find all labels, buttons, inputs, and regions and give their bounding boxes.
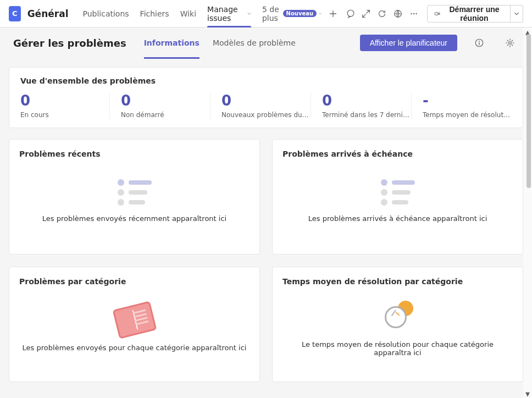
app-header: Gérer les problèmes Informations Modèles… [0, 27, 532, 58]
stat-value: 0 [20, 93, 109, 109]
scroll-down-arrow[interactable]: ▾ [523, 389, 532, 398]
stat-value: - [423, 93, 512, 109]
panel-title: Problèmes arrivés à échéance [282, 150, 513, 158]
svg-point-7 [479, 41, 480, 42]
svg-point-8 [509, 42, 512, 45]
empty-illustration [381, 179, 415, 206]
tab-publications[interactable]: Publications [77, 0, 134, 27]
chevron-down-icon [514, 11, 519, 16]
stat-not-started: 0 Non démarré [109, 93, 210, 119]
panel-title: Problèmes par catégorie [19, 277, 250, 286]
stat-value: 0 [221, 93, 311, 109]
clock-illustration [383, 301, 413, 331]
new-badge: Nouveau [283, 10, 317, 17]
panel-title: Problèmes récents [19, 150, 250, 158]
start-meeting-button[interactable]: Démarrer une réunion [427, 5, 511, 23]
tab-informations[interactable]: Informations [144, 27, 199, 58]
start-meeting-label: Démarrer une réunion [445, 5, 504, 23]
panel-title: Temps moyen de résolution par catégorie [282, 277, 513, 286]
overview-title: Vue d'ensemble des problèmes [20, 76, 512, 85]
stat-in-progress: 0 En cours [20, 93, 109, 119]
tab-more[interactable]: 5 de plus Nouveau [257, 0, 327, 27]
panel-due-issues: Problèmes arrivés à échéance Les problèm… [272, 139, 523, 255]
stat-label: Non démarré [121, 111, 209, 119]
empty-message: Le temps moyen de résolution pour chaque… [282, 340, 513, 357]
svg-point-0 [347, 10, 354, 16]
refresh-button[interactable] [375, 5, 389, 23]
more-options-button[interactable] [407, 5, 420, 23]
chat-icon [346, 9, 356, 19]
channel-tabs: Publications Fichiers Wiki Manage issues… [77, 0, 339, 27]
book-illustration [112, 301, 157, 339]
stat-avg-resolution: - Temps moyen de résolution [411, 93, 512, 119]
info-icon [474, 38, 484, 48]
empty-message: Les problèmes envoyés pour chaque catégo… [23, 344, 247, 352]
tab-manage-issues[interactable]: Manage issues [202, 0, 257, 27]
stats-row: 0 En cours 0 Non démarré 0 Nouveaux prob… [20, 93, 512, 119]
top-bar: C Général Publications Fichiers Wiki Man… [0, 0, 532, 27]
chevron-down-icon [247, 11, 251, 16]
meet-button-group: Démarrer une réunion [427, 5, 523, 23]
meeting-dropdown-button[interactable] [511, 5, 523, 23]
chevron-down-icon [319, 11, 322, 16]
more-icon [409, 9, 419, 19]
gear-icon [505, 38, 515, 48]
stat-completed-7d: 0 Terminé dans les 7 dernier… [311, 93, 411, 119]
svg-rect-5 [435, 12, 438, 15]
svg-point-3 [413, 13, 414, 14]
info-button[interactable] [470, 34, 488, 52]
plus-icon [328, 9, 338, 19]
globe-icon [393, 9, 403, 19]
conversation-button[interactable] [343, 5, 357, 23]
stat-value: 0 [121, 93, 210, 109]
panels-grid: Problèmes récents Les problèmes envoyés … [9, 139, 523, 382]
stat-label: Nouveaux problèmes du jo… [221, 111, 309, 119]
scroll-thumb[interactable] [527, 34, 531, 188]
svg-point-2 [411, 13, 412, 14]
overview-card: Vue d'ensemble des problèmes 0 En cours … [9, 67, 523, 128]
website-button[interactable] [391, 5, 404, 23]
empty-message: Les problèmes arrivés à échéance apparaî… [308, 214, 487, 223]
content-scroll[interactable]: Vue d'ensemble des problèmes 0 En cours … [0, 58, 532, 398]
tab-issue-models[interactable]: Modèles de problème [213, 27, 296, 58]
stat-value: 0 [322, 93, 411, 109]
tab-more-label: 5 de plus [262, 5, 281, 23]
tab-files[interactable]: Fichiers [135, 0, 175, 27]
stat-label: Temps moyen de résolution [423, 111, 511, 119]
refresh-icon [377, 9, 387, 19]
tab-wiki[interactable]: Wiki [175, 0, 202, 27]
expand-icon [361, 9, 371, 19]
show-planner-button[interactable]: Afficher le planificateur [360, 35, 457, 51]
tab-manage-issues-label: Manage issues [207, 5, 245, 23]
expand-button[interactable] [359, 5, 373, 23]
empty-message: Les problèmes envoyés récemment apparaît… [42, 214, 226, 223]
video-icon [434, 9, 441, 18]
panel-avg-resolution-by-category: Temps moyen de résolution par catégorie … [272, 267, 523, 382]
app-title: Gérer les problèmes [13, 37, 126, 49]
panel-recent-issues: Problèmes récents Les problèmes envoyés … [9, 139, 260, 255]
panel-issues-by-category: Problèmes par catégorie Les problèmes en… [9, 267, 260, 382]
settings-button[interactable] [501, 34, 519, 52]
add-tab-button[interactable] [327, 5, 339, 23]
content-area: Gérer les problèmes Informations Modèles… [0, 27, 532, 398]
stat-label: En cours [20, 111, 108, 119]
team-avatar[interactable]: C [9, 6, 21, 21]
svg-point-4 [415, 13, 417, 14]
channel-name: Général [27, 8, 69, 19]
empty-illustration [118, 179, 152, 206]
stat-label: Terminé dans les 7 dernier… [322, 111, 410, 119]
vertical-scrollbar[interactable]: ▴ ▾ [523, 27, 532, 398]
stat-new-today: 0 Nouveaux problèmes du jo… [210, 93, 311, 119]
